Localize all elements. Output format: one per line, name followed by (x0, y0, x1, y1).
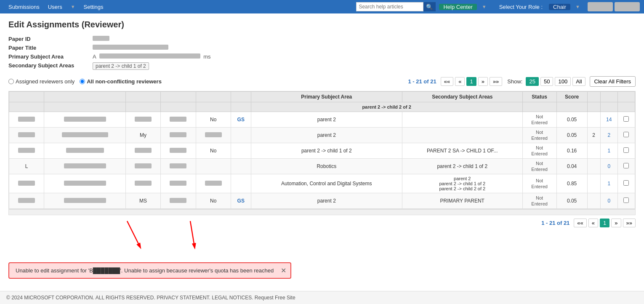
cell-6-12[interactable]: 0 (600, 193, 617, 209)
cell-1-secondary (402, 112, 522, 128)
nav-users[interactable]: Users (44, 4, 67, 10)
page-count-bottom: 1 - 21 of 21 (541, 220, 569, 226)
cell-2-5 (196, 128, 231, 143)
cell-5-6 (231, 174, 251, 193)
cell-5-12[interactable]: 1 (600, 174, 617, 193)
help-center-button[interactable]: Help Center (439, 4, 476, 10)
blurred-2-1 (18, 132, 35, 137)
checkbox-6[interactable] (623, 197, 629, 203)
cell-6-6[interactable]: GS (231, 193, 251, 209)
checkbox-4[interactable] (623, 163, 629, 168)
filter-controls-row: Assigned reviewers only All non-conflict… (8, 76, 636, 87)
checkbox-3[interactable] (623, 147, 629, 153)
paper-id-value (93, 36, 109, 42)
link-2-12[interactable]: 2 (607, 132, 610, 138)
current-page-btn[interactable]: 1 (466, 77, 476, 86)
checkbox-5[interactable] (623, 180, 629, 186)
blurred-1-1 (18, 117, 35, 122)
col-header-status: Status (522, 92, 556, 102)
nav-btn2[interactable] (615, 2, 640, 11)
cell-3-11 (587, 143, 600, 159)
nav-btn1[interactable] (588, 2, 613, 11)
blurred-2-5 (205, 132, 222, 137)
gs-link-6[interactable]: GS (237, 198, 245, 204)
cell-3-13[interactable] (617, 143, 635, 159)
status-6: NotEntered (531, 195, 548, 206)
role-value[interactable]: Chair (549, 4, 570, 10)
cell-5-2 (44, 174, 125, 193)
cell-4-status: NotEntered (522, 159, 556, 174)
cell-4-3 (125, 159, 160, 174)
cell-1-3 (125, 112, 160, 128)
link-3-12[interactable]: 1 (607, 148, 610, 154)
checkbox-1[interactable] (623, 116, 629, 122)
blurred-6-4 (170, 198, 186, 203)
link-4-12[interactable]: 0 (607, 163, 610, 169)
cell-2-status: NotEntered (522, 128, 556, 143)
cell-1-6[interactable]: GS (231, 112, 251, 128)
status-1: NotEntered (531, 114, 548, 125)
cell-4-4 (161, 159, 196, 174)
sub-col-5 (196, 102, 231, 112)
cell-5-13[interactable] (617, 174, 635, 193)
table-row: Automation, Control and Digital Systems … (9, 174, 635, 193)
next-page-btn[interactable]: » (478, 77, 488, 86)
clear-filters-button[interactable]: Clear All Filters (590, 76, 636, 87)
show-all-btn[interactable]: All (572, 77, 585, 86)
table-row: L Robotics parent 2 -> child 1 of 2 NotE… (9, 159, 635, 174)
cell-1-2 (44, 112, 125, 128)
sub-col-2 (44, 102, 125, 112)
assigned-only-radio[interactable] (8, 79, 14, 84)
link-5-12[interactable]: 1 (607, 181, 610, 187)
cell-5-3 (125, 174, 160, 193)
sub-col-4 (161, 102, 196, 112)
status-3: NotEntered (531, 145, 548, 156)
bottom-prev-page-btn[interactable]: « (588, 219, 598, 227)
assignments-table: Primary Subject Area Secondary Subject A… (9, 91, 635, 209)
bottom-last-page-btn[interactable]: »» (623, 219, 636, 227)
last-page-btn[interactable]: »» (490, 77, 502, 86)
show-25-btn[interactable]: 25 (526, 77, 538, 86)
bottom-current-page-btn[interactable]: 1 (600, 219, 609, 227)
nav-submissions[interactable]: Submissions (4, 4, 44, 10)
show-50-btn[interactable]: 50 (540, 77, 553, 86)
horizontal-scrollbar[interactable] (8, 209, 636, 215)
cell-2-1 (9, 128, 44, 143)
cell-4-12[interactable]: 0 (600, 159, 617, 174)
assigned-only-option[interactable]: Assigned reviewers only (8, 78, 75, 85)
checkbox-2[interactable] (623, 132, 629, 137)
all-non-conflicting-option[interactable]: All non-conflicting reviewers (80, 78, 162, 85)
bottom-first-page-btn[interactable]: «« (574, 219, 586, 227)
cell-4-2 (44, 159, 125, 174)
table-row: My parent 2 NotEntered 0.05 2 2 (9, 128, 635, 143)
cell-2-12[interactable]: 2 (600, 128, 617, 143)
search-button[interactable]: 🔍 (423, 2, 436, 11)
cell-6-13[interactable] (617, 193, 635, 209)
primary-subject-blurred (99, 53, 200, 59)
gs-link-1[interactable]: GS (237, 117, 245, 123)
cell-2-primary: parent 2 (251, 128, 402, 143)
col-header-3 (125, 92, 160, 102)
cell-6-secondary: PRIMARY PARENT (402, 193, 522, 209)
link-6-12[interactable]: 0 (607, 198, 610, 204)
all-non-conflicting-radio[interactable] (80, 79, 85, 84)
bottom-next-page-btn[interactable]: » (611, 219, 621, 227)
cell-1-12[interactable]: 14 (600, 112, 617, 128)
link-1-12[interactable]: 14 (606, 117, 612, 123)
search-input[interactable] (356, 2, 423, 11)
cell-4-13[interactable] (617, 159, 635, 174)
blurred-3-2 (66, 148, 104, 153)
cell-5-status: NotEntered (522, 174, 556, 193)
first-page-btn[interactable]: «« (441, 77, 453, 86)
prev-page-btn[interactable]: « (455, 77, 465, 86)
cell-6-1 (9, 193, 44, 209)
cell-4-score: 0.04 (556, 159, 587, 174)
cell-2-13[interactable] (617, 128, 635, 143)
col-header-4 (161, 92, 196, 102)
nav-settings[interactable]: Settings (80, 4, 108, 10)
assignments-table-container[interactable]: Primary Subject Area Secondary Subject A… (8, 91, 636, 209)
show-100-btn[interactable]: 100 (555, 77, 571, 86)
cell-3-12[interactable]: 1 (600, 143, 617, 159)
cell-1-13[interactable] (617, 112, 635, 128)
all-non-conflicting-label: All non-conflicting reviewers (87, 78, 162, 85)
